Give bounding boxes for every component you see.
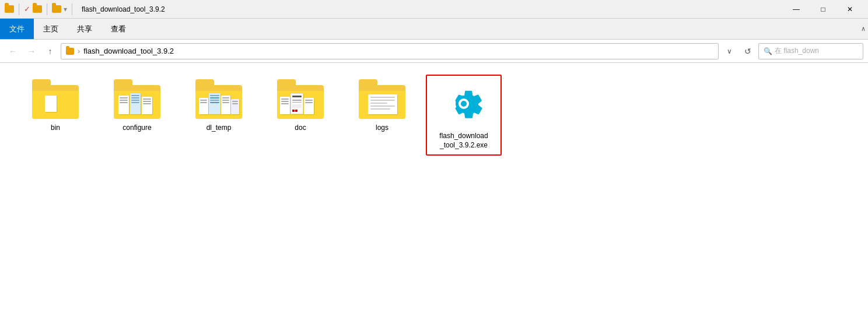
bin-label: bin xyxy=(51,124,60,133)
bin-folder-icon xyxy=(32,79,79,119)
divider2 xyxy=(47,3,47,15)
tab-share[interactable]: 共享 xyxy=(68,19,102,39)
search-box[interactable]: 🔍 在 flash_down xyxy=(758,43,863,59)
folder-configure[interactable]: configure xyxy=(99,75,175,156)
refresh-button[interactable]: ↺ xyxy=(740,43,756,59)
back-button[interactable]: ← xyxy=(5,43,21,59)
ribbon-collapse[interactable]: ∧ xyxy=(859,19,868,39)
folder-dl-temp[interactable]: dl_temp xyxy=(181,75,257,156)
address-path[interactable]: › flash_download_tool_3.9.2 xyxy=(61,43,719,59)
configure-label: configure xyxy=(123,124,151,133)
close-button[interactable]: ✕ xyxy=(836,0,863,19)
up-button[interactable]: ↑ xyxy=(42,43,58,59)
address-right: ∨ ↺ 🔍 在 flash_down xyxy=(721,43,863,59)
path-text: flash_download_tool_3.9.2 xyxy=(83,47,174,55)
pin-icon: ✓ xyxy=(24,5,30,13)
ribbon: 文件 主页 共享 查看 ∧ xyxy=(0,19,868,40)
search-placeholder: 在 flash_down xyxy=(775,46,819,56)
tab-home[interactable]: 主页 xyxy=(34,19,68,39)
maximize-button[interactable]: □ xyxy=(810,0,836,19)
title-bar-icons: ✓ xyxy=(5,3,61,15)
exe-gear-icon xyxy=(440,80,487,127)
window-controls: — □ ✕ xyxy=(783,0,863,19)
forward-button[interactable]: → xyxy=(23,43,40,59)
title-divider xyxy=(72,3,72,15)
doc-label: doc xyxy=(295,124,306,133)
address-bar: ← → ↑ › flash_download_tool_3.9.2 ∨ ↺ 🔍 … xyxy=(0,40,868,63)
tab-file[interactable]: 文件 xyxy=(0,19,34,39)
folder-bin[interactable]: bin xyxy=(18,75,93,156)
dl-temp-folder-icon xyxy=(195,79,242,119)
title-bar: ✓ ▾ flash_download_tool_3.9.2 — □ ✕ xyxy=(0,0,868,19)
svg-point-1 xyxy=(461,101,467,107)
folder-doc[interactable]: doc xyxy=(262,75,338,156)
folder-icon-titlebar xyxy=(5,5,14,14)
window-title: flash_download_tool_3.9.2 xyxy=(82,5,165,13)
path-arrow: › xyxy=(78,47,80,55)
search-icon: 🔍 xyxy=(764,47,772,55)
minimize-button[interactable]: — xyxy=(783,0,810,19)
doc-folder-icon xyxy=(277,79,324,119)
folder-icon2 xyxy=(33,5,42,13)
dropdown-button[interactable]: ∨ xyxy=(721,43,737,59)
divider xyxy=(19,3,19,15)
path-folder-icon xyxy=(66,48,74,55)
title-separator: ▾ xyxy=(64,5,67,13)
folder-logs[interactable]: logs xyxy=(344,75,420,156)
exe-label: flash_download _tool_3.9.2.exe xyxy=(439,132,488,150)
content-area: bin configure dl_te xyxy=(0,63,868,331)
configure-folder-icon xyxy=(114,79,160,119)
exe-file[interactable]: flash_download _tool_3.9.2.exe xyxy=(426,75,502,156)
folder-icon3 xyxy=(52,5,61,13)
tab-view[interactable]: 查看 xyxy=(102,19,135,39)
dl-temp-label: dl_temp xyxy=(206,124,232,133)
logs-folder-icon xyxy=(359,79,405,119)
logs-label: logs xyxy=(376,124,388,133)
